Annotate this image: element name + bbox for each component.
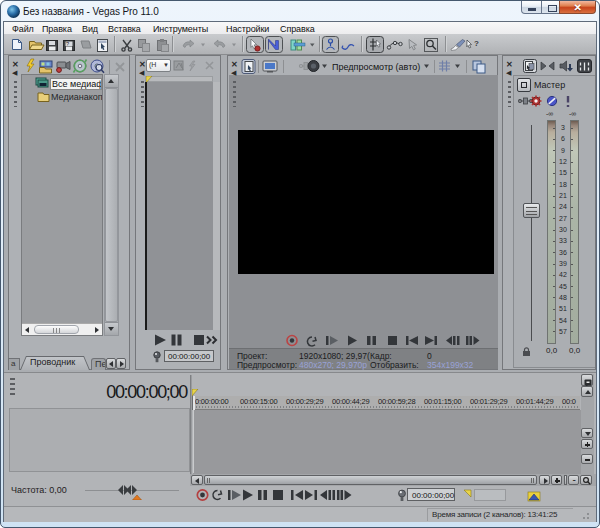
svg-text:?: ? xyxy=(474,39,479,48)
svg-text:Предпросмотр (авто): Предпросмотр (авто) xyxy=(332,62,420,72)
svg-text:?: ? xyxy=(66,41,69,47)
